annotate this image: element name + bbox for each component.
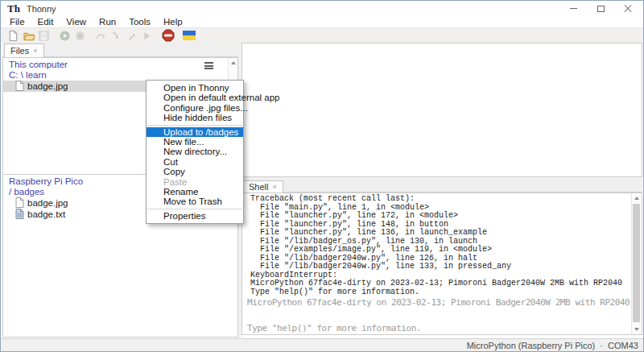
step-over-icon	[93, 29, 109, 43]
run-current-script-icon	[57, 29, 72, 43]
shell-traceback-line: Traceback (most recent call last):	[250, 195, 629, 204]
file-name: badge.jpg	[27, 81, 68, 91]
scroll-up-icon[interactable]	[229, 58, 238, 68]
shell-tabstrip: Shell ×	[242, 180, 642, 193]
shell-panel: Shell × Traceback (most recent call last…	[242, 180, 642, 335]
context-menu: Open in ThonnyOpen in default external a…	[146, 80, 244, 224]
toolbar	[1, 27, 643, 43]
title-bar: Th Thonny	[1, 1, 643, 16]
menu-separator	[147, 125, 242, 126]
shell-traceback-line: MicroPython 67fac4e-dirty on 2023-02-13;…	[250, 280, 629, 288]
open-file-icon[interactable]	[21, 29, 36, 43]
context-item-cut[interactable]: Cut	[147, 157, 243, 167]
context-item-new-file[interactable]: New file...	[147, 137, 243, 147]
menu-file[interactable]: File	[3, 17, 31, 27]
maximize-icon	[597, 6, 605, 12]
shell-traceback-line: File "launcher.py", line 172, in <module…	[250, 212, 629, 221]
context-item-new-directory[interactable]: New directory...	[147, 147, 243, 156]
context-item-rename[interactable]: Rename	[147, 187, 243, 197]
menu-run[interactable]: Run	[93, 17, 122, 27]
file-name: badge.jpg	[27, 198, 68, 208]
scrollbar-thumb[interactable]	[633, 204, 640, 322]
context-item-properties[interactable]: Properties	[147, 211, 243, 221]
file-generic-icon	[15, 81, 27, 93]
shell-tab-label: Shell	[249, 182, 268, 192]
file-name: badge.txt	[27, 209, 65, 219]
files-tabstrip: Files ×	[2, 43, 238, 57]
support-ukraine-icon[interactable]	[181, 29, 196, 43]
context-item-hide-hidden-files[interactable]: Hide hidden files	[147, 113, 243, 122]
shell-tab-close-icon[interactable]: ×	[272, 184, 276, 191]
shell-banner-line: MicroPython 67fac4e-dirty on 2023-02-13;…	[247, 296, 629, 309]
close-button[interactable]	[614, 1, 642, 16]
scroll-up-icon[interactable]	[632, 193, 642, 203]
tree-menu-icon[interactable]	[204, 62, 213, 69]
window-title: Thonny	[27, 4, 56, 14]
files-tab-close-icon[interactable]: ×	[33, 48, 37, 55]
status-bar: MicroPython (Raspberry Pi Pico) · COM43	[1, 338, 643, 352]
shell-traceback-line: File "/lib/badger2040w.py", line 133, in…	[250, 263, 629, 271]
shell-banner-line	[247, 309, 629, 322]
menu-help[interactable]: Help	[157, 17, 189, 27]
file-text-icon	[15, 209, 27, 221]
minimize-button[interactable]	[559, 1, 587, 16]
tab-shell[interactable]: Shell ×	[242, 180, 283, 193]
shell-traceback-line: Type "help()" for more information.	[250, 288, 629, 297]
shell-traceback-line: File "/examples/image.py", line 119, in …	[250, 246, 629, 255]
thonny-logo-icon: Th	[7, 3, 20, 14]
menu-view[interactable]: View	[60, 17, 93, 27]
menu-edit[interactable]: Edit	[31, 17, 60, 27]
window-controls	[559, 1, 642, 16]
context-item-open-in-thonny[interactable]: Open in Thonny	[147, 83, 243, 93]
tab-files[interactable]: Files ×	[4, 43, 44, 57]
shell-scrollbar[interactable]	[631, 193, 642, 334]
minimize-icon	[570, 8, 577, 9]
scroll-down-icon[interactable]	[632, 325, 642, 334]
context-item-upload-to-badges[interactable]: Upload to /badges	[147, 127, 243, 137]
file-generic-icon	[15, 197, 27, 209]
debug-current-script-icon	[72, 29, 88, 43]
context-item-configure-jpg-files[interactable]: Configure .jpg files...	[147, 103, 243, 113]
context-item-copy[interactable]: Copy	[147, 167, 243, 176]
shell-traceback-line: File "launcher.py", line 136, in launch_…	[250, 229, 629, 238]
files-tab-label: Files	[10, 46, 29, 56]
context-item-open-in-default-external-app[interactable]: Open in default external app	[147, 93, 243, 102]
shell-output[interactable]: Traceback (most recent call last): File …	[242, 193, 642, 335]
step-into-icon	[109, 29, 124, 43]
step-out-icon	[124, 29, 139, 43]
resume-icon	[139, 29, 155, 43]
context-item-paste: Paste	[147, 177, 243, 187]
new-file-icon[interactable]	[6, 29, 21, 43]
thonny-window: Th Thonny FileEditViewRunToolsHelp Files…	[0, 0, 644, 352]
computer-root-label[interactable]: This computer	[3, 58, 237, 70]
save-file-icon	[36, 29, 52, 43]
maximize-button[interactable]	[587, 1, 614, 16]
menu-separator	[147, 209, 242, 209]
editor-area	[242, 43, 642, 177]
menu-bar: FileEditViewRunToolsHelp	[1, 16, 643, 27]
context-item-move-to-trash[interactable]: Move to Trash	[147, 197, 243, 206]
menu-tools[interactable]: Tools	[122, 17, 157, 27]
interpreter-status[interactable]: MicroPython (Raspberry Pi Pico) · COM43	[467, 341, 638, 350]
close-icon	[624, 5, 632, 13]
stop-restart-icon[interactable]	[160, 29, 175, 43]
